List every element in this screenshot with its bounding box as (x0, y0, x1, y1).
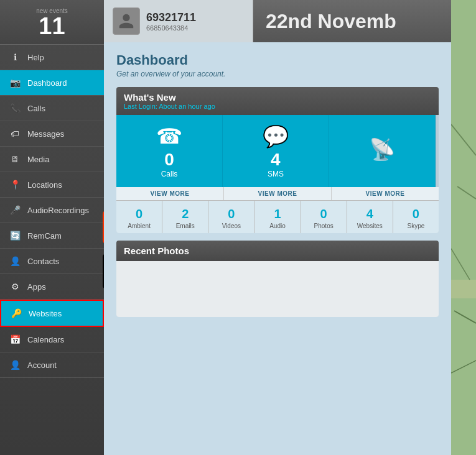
page-subtitle: Get an overview of your account. (116, 70, 439, 78)
locations-icon: 📍 (9, 178, 21, 191)
small-stat-websites: 4 Websites (347, 201, 393, 233)
sidebar-item-help-label: Help (27, 53, 44, 62)
map-area (451, 0, 476, 455)
calls-icon: 📞 (9, 102, 21, 114)
sidebar-item-account[interactable]: 👤 Account (0, 352, 104, 378)
remcam-icon: 🔄 (9, 229, 21, 242)
sidebar-item-contacts[interactable]: 👤 Contacts (0, 249, 104, 274)
sidebar-item-calendars-label: Calendars (27, 335, 64, 344)
sidebar-item-websites[interactable]: 🔑 Websites 🌐 Activity 🏷 B.marks (0, 300, 104, 327)
sidebar-item-calls[interactable]: 📞 Calls (0, 96, 104, 121)
page-title: Dashboard (116, 52, 439, 68)
photos-number: 0 (304, 207, 344, 221)
view-more-third[interactable]: VIEW MORE (332, 187, 439, 200)
user-info: 69321711 66850643384 (146, 11, 196, 32)
sidebar-item-contacts-label: Contacts (27, 257, 59, 266)
sidebar-item-messages-label: Messages (27, 129, 64, 139)
sidebar-item-websites-label: Websites (29, 309, 62, 318)
date-area: 22nd Novemb (253, 0, 451, 42)
sidebar-header: new events 11 (0, 0, 104, 45)
sidebar-item-calendars[interactable]: 📅 Calendars (0, 327, 104, 352)
small-stat-videos: 0 Videos (208, 201, 254, 233)
audio-number: 1 (257, 207, 297, 221)
svg-rect-0 (451, 0, 476, 455)
small-stat-audio: 1 Audio (254, 201, 301, 233)
dashboard-area: Dashboard Get an overview of your accoun… (104, 42, 451, 455)
ambient-label: Ambient (119, 223, 159, 229)
big-stats-row: ☎ 0 Calls 💬 4 SMS 📡 (116, 115, 439, 187)
dashboard-icon: 📷 (9, 76, 21, 89)
user-card: 69321711 66850643384 (104, 0, 253, 42)
messages-icon: 🏷 (9, 127, 21, 140)
audio-icon: 🎤 (9, 204, 21, 216)
sms-stat-icon: 💬 (263, 124, 289, 149)
signal-stat-icon: 📡 (369, 137, 395, 162)
sms-stat-label: SMS (268, 170, 284, 178)
sidebar-item-remcam[interactable]: 🔄 RemCam (0, 223, 104, 249)
websites-icon: 🔑 (10, 307, 22, 319)
sidebar-nav: ℹ Help 📷 Dashboard 📞 Calls 🏷 Messages 🖥 (0, 45, 104, 455)
whats-new-title: What's New (124, 92, 431, 103)
sidebar-item-apps[interactable]: ⚙ Apps (0, 274, 104, 300)
whats-new-header: What's New Last Login: About an hour ago (116, 87, 439, 115)
whats-new-card: What's New Last Login: About an hour ago… (116, 87, 439, 233)
sidebar-item-messages[interactable]: 🏷 Messages (0, 121, 104, 147)
skype-number: 0 (396, 207, 436, 221)
small-stat-skype: 0 Skype (393, 201, 439, 233)
sidebar: new events 11 ℹ Help 📷 Dashboard 📞 Calls… (0, 0, 104, 455)
view-more-sms[interactable]: VIEW MORE (224, 187, 332, 200)
svg-rect-6 (451, 280, 476, 298)
calendars-icon: 📅 (9, 333, 21, 346)
ambient-number: 0 (119, 207, 159, 221)
sidebar-item-audio-label: AudioRecordings (27, 206, 89, 215)
recent-photos-body (116, 261, 439, 317)
user-name: 69321711 (146, 11, 196, 24)
view-more-row: VIEW MORE VIEW MORE VIEW MORE (116, 187, 439, 200)
audio-label: Audio (257, 223, 297, 229)
videos-label: Videos (211, 223, 251, 229)
sidebar-item-dashboard-label: Dashboard (27, 78, 67, 88)
sidebar-item-remcam-label: RemCam (27, 231, 62, 241)
map-svg (451, 0, 476, 455)
emails-label: Emails (165, 223, 205, 229)
sidebar-item-media-label: Media (27, 155, 49, 164)
sidebar-item-calls-label: Calls (27, 104, 45, 113)
top-bar: 69321711 66850643384 22nd Novemb (104, 0, 451, 42)
sidebar-item-audiorecordings[interactable]: 🎤 AudioRecordings (0, 198, 104, 223)
sidebar-item-media[interactable]: 🖥 Media (0, 147, 104, 172)
big-stat-calls: ☎ 0 Calls (116, 115, 223, 187)
date-text: 22nd Novemb (266, 10, 396, 33)
big-stat-third: 📡 (329, 115, 436, 187)
user-phone: 66850643384 (146, 24, 196, 32)
small-stat-emails: 2 Emails (162, 201, 208, 233)
websites-label: Websites (350, 223, 390, 229)
small-stats-row: 0 Ambient 2 Emails 0 Videos 1 Audio (116, 200, 439, 233)
sidebar-item-locations[interactable]: 📍 Locations (0, 172, 104, 198)
sidebar-item-account-label: Account (27, 361, 57, 370)
media-icon: 🖥 (9, 153, 21, 165)
small-stat-photos: 0 Photos (301, 201, 347, 233)
sidebar-item-dashboard[interactable]: 📷 Dashboard (0, 70, 104, 96)
recent-photos-header: Recent Photos (116, 241, 439, 261)
websites-number: 4 (350, 207, 390, 221)
skype-label: Skype (396, 223, 436, 229)
videos-number: 0 (211, 207, 251, 221)
recent-photos-title: Recent Photos (124, 246, 431, 256)
help-icon: ℹ (9, 51, 21, 63)
avatar (113, 7, 140, 35)
photos-label: Photos (304, 223, 344, 229)
activity-popup[interactable]: 🌐 Activity (103, 209, 104, 245)
recent-photos-card: Recent Photos (116, 241, 439, 317)
calls-stat-icon: ☎ (156, 124, 182, 149)
bookmarks-popup[interactable]: 🏷 B.marks (103, 254, 104, 288)
big-stat-sms: 💬 4 SMS (223, 115, 329, 187)
account-icon: 👤 (9, 359, 21, 371)
main-layout: new events 11 ℹ Help 📷 Dashboard 📞 Calls… (0, 0, 476, 455)
calls-stat-label: Calls (161, 170, 178, 178)
person-icon (118, 12, 135, 30)
small-stat-ambient: 0 Ambient (116, 201, 162, 233)
view-more-calls[interactable]: VIEW MORE (116, 187, 224, 200)
sidebar-item-help[interactable]: ℹ Help (0, 45, 104, 70)
sms-stat-number: 4 (271, 151, 281, 168)
main-content: 69321711 66850643384 22nd Novemb Dashboa… (104, 0, 451, 455)
